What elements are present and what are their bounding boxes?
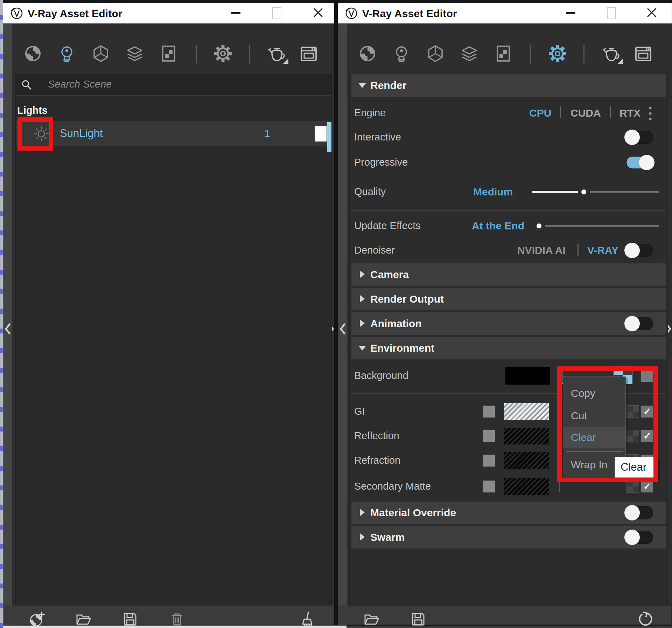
progressive-toggle[interactable] (626, 156, 653, 169)
material-override-toggle[interactable] (626, 506, 653, 519)
save-file-icon[interactable] (410, 611, 427, 628)
section-render[interactable]: Render (351, 74, 666, 97)
secondary-matte-checkbox[interactable]: ✓ (641, 481, 653, 492)
lights-group-label: Lights (17, 105, 48, 116)
materials-tab-icon[interactable] (358, 44, 377, 63)
close-button[interactable] (306, 3, 330, 23)
right-titlebar[interactable]: V-Ray Asset Editor (338, 3, 672, 24)
light-name: SunLight (60, 127, 103, 140)
background-color-swatch[interactable] (505, 367, 550, 385)
section-animation[interactable]: Animation (351, 312, 666, 335)
search-input[interactable] (47, 78, 294, 90)
textures-tab-icon[interactable] (494, 44, 512, 63)
row-separator (559, 481, 560, 492)
textures-tab-icon[interactable] (160, 44, 178, 63)
minimize-button[interactable] (558, 3, 583, 23)
section-label: Environment (370, 342, 434, 354)
reflection-texture-preview[interactable] (504, 428, 549, 444)
denoiser-toggle[interactable] (626, 244, 653, 257)
update-effects-slider-knob[interactable] (533, 220, 545, 232)
collapse-left-icon[interactable] (5, 323, 11, 334)
update-effects-slider-track[interactable] (539, 225, 659, 227)
engine-option-rtx[interactable]: RTX (620, 107, 640, 119)
refraction-color-swatch[interactable] (483, 455, 495, 467)
revert-settings-icon[interactable] (637, 611, 654, 628)
right-bottom-toolbar (338, 606, 671, 624)
swarm-toggle[interactable] (626, 531, 653, 544)
geometry-tab-icon[interactable] (92, 44, 110, 63)
minimize-button[interactable] (224, 3, 248, 23)
quality-value: Medium (473, 186, 513, 198)
settings-tab-icon[interactable] (548, 44, 567, 63)
light-count: 1 (264, 127, 270, 139)
gi-color-swatch[interactable] (483, 406, 495, 417)
lights-tab-icon[interactable] (58, 44, 76, 63)
reflection-label: Reflection (354, 430, 399, 442)
open-file-icon[interactable] (363, 611, 380, 628)
settings-tab-icon[interactable] (214, 44, 232, 63)
divider (351, 210, 666, 211)
geometry-tab-icon[interactable] (426, 44, 444, 63)
add-asset-icon[interactable] (29, 611, 46, 628)
toolbar-separator (583, 45, 584, 63)
denoiser-option-vray[interactable]: V-RAY (587, 244, 618, 256)
reflection-color-swatch[interactable] (483, 430, 495, 442)
engine-option-cuda[interactable]: CUDA (570, 107, 601, 119)
window-title: V-Ray Asset Editor (28, 8, 122, 20)
purge-unused-icon[interactable] (299, 611, 316, 628)
search-bar[interactable] (16, 75, 331, 96)
quality-slider-knob[interactable] (578, 186, 589, 198)
section-label: Render (370, 80, 406, 91)
progressive-label: Progressive (354, 157, 408, 168)
engine-separator (560, 106, 561, 118)
toolbar-separator (196, 45, 197, 63)
left-titlebar[interactable]: V-Ray Asset Editor (3, 3, 334, 24)
toolbar-separator (249, 45, 250, 63)
refraction-texture-preview[interactable] (504, 452, 549, 469)
section-environment[interactable]: Environment (351, 337, 666, 359)
materials-tab-icon[interactable] (24, 44, 42, 63)
denoiser-option-nvidia[interactable]: NVIDIA AI (517, 244, 566, 256)
section-material-override[interactable]: Material Override (351, 502, 666, 524)
section-label: Swarm (370, 531, 405, 543)
light-enabled-checkbox[interactable] (315, 126, 327, 142)
engine-kebab-menu-icon[interactable] (648, 105, 653, 123)
screen: V-Ray Asset Editor (0, 0, 672, 628)
open-file-icon[interactable] (75, 611, 92, 628)
render-window-icon[interactable] (300, 44, 318, 63)
engine-option-cpu[interactable]: CPU (529, 107, 551, 119)
lights-tab-icon[interactable] (392, 44, 411, 63)
quality-slider-track-filled[interactable] (532, 191, 584, 193)
secondary-matte-texture-preview[interactable] (504, 478, 549, 495)
render-dropdown-arrow[interactable] (618, 58, 623, 64)
window-title: V-Ray Asset Editor (362, 8, 457, 20)
expand-arrow-icon (360, 270, 365, 278)
update-effects-label: Update Effects (354, 220, 421, 232)
gi-texture-preview[interactable] (504, 403, 549, 420)
section-render-output[interactable]: Render Output (351, 288, 666, 310)
maximize-button[interactable] (264, 3, 288, 23)
list-scrollbar[interactable] (327, 122, 331, 152)
animation-toggle[interactable] (626, 317, 653, 330)
delete-asset-icon[interactable] (169, 611, 186, 628)
collapse-left-icon[interactable] (340, 323, 346, 334)
gi-label: GI (354, 406, 365, 417)
section-label: Animation (370, 318, 422, 330)
section-camera[interactable]: Camera (351, 263, 666, 286)
scene-list-panel (15, 74, 332, 609)
expand-arrow-icon (360, 295, 365, 303)
light-list-row[interactable]: SunLight 1 (16, 121, 331, 146)
engine-separator (610, 106, 611, 118)
render-dropdown-arrow[interactable] (283, 58, 288, 64)
render-window-icon[interactable] (634, 44, 652, 63)
left-window: V-Ray Asset Editor (3, 3, 335, 626)
layers-tab-icon[interactable] (126, 44, 144, 63)
save-file-icon[interactable] (122, 611, 139, 628)
layers-tab-icon[interactable] (460, 44, 478, 63)
quality-slider-track[interactable] (584, 191, 659, 193)
interactive-toggle[interactable] (626, 131, 653, 144)
section-swarm[interactable]: Swarm (351, 526, 666, 548)
close-button[interactable] (639, 3, 664, 23)
secondary-matte-color-swatch[interactable] (483, 481, 495, 492)
maximize-button[interactable] (598, 3, 623, 23)
